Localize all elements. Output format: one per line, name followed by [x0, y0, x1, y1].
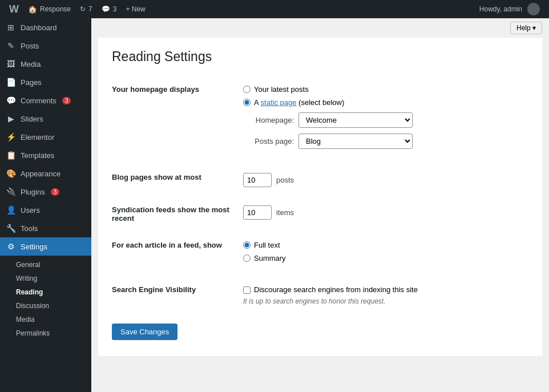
homepage-select-row: Homepage: Welcome Blog About Contact [245, 112, 528, 128]
sidebar-item-posts[interactable]: ✎ Posts [0, 37, 91, 55]
main-content: Help ▾ Reading Settings Your homepage di… [91, 18, 549, 392]
settings-icon: ⚙ [6, 242, 16, 251]
blog-pages-input[interactable] [243, 173, 272, 187]
summary-option: Summary [243, 254, 528, 262]
search-visibility-checkbox[interactable] [243, 286, 251, 294]
plugins-badge: 3 [51, 188, 60, 196]
sidebar-item-templates[interactable]: 📋 Templates [0, 146, 91, 164]
comments-badge: 3 [62, 97, 71, 104]
article-feed-row: For each article in a feed, show Full te… [112, 232, 528, 276]
summary-radio[interactable] [243, 254, 251, 262]
full-text-option: Full text [243, 241, 528, 249]
sidebar-item-plugins[interactable]: 🔌 Plugins 3 [0, 183, 91, 201]
settings-submenu: General Writing Reading Discussion Media… [0, 256, 91, 342]
pages-icon: 📄 [6, 78, 16, 87]
new-content-link[interactable]: + New [121, 0, 150, 18]
submenu-discussion[interactable]: Discussion [0, 299, 91, 313]
blog-pages-label: Blog pages show at most [112, 164, 243, 196]
users-icon: 👤 [6, 205, 16, 215]
appearance-icon: 🎨 [6, 169, 16, 178]
summary-label: Summary [254, 254, 286, 262]
homepage-label: Your homepage displays [112, 76, 243, 164]
sidebar-item-sliders[interactable]: ▶ Sliders [0, 110, 91, 128]
static-page-subfields: Homepage: Welcome Blog About Contact Pos… [243, 112, 528, 149]
homepage-row: Your homepage displays Your latest posts… [112, 76, 528, 164]
tools-icon: 🔧 [6, 224, 16, 233]
elementor-icon: ⚡ [6, 132, 16, 142]
latest-posts-radio[interactable] [243, 86, 251, 93]
sidebar-item-settings[interactable]: ⚙ Settings [0, 237, 91, 256]
comments-icon: 💬 [6, 96, 16, 105]
save-changes-button[interactable]: Save Changes [112, 324, 177, 340]
settings-form: Your homepage displays Your latest posts… [112, 76, 528, 314]
submenu-writing[interactable]: Writing [0, 272, 91, 285]
latest-posts-option: Your latest posts [243, 85, 528, 94]
static-page-label: A static page (select below) [254, 98, 344, 107]
article-feed-label: For each article in a feed, show [112, 232, 243, 276]
sidebar-item-elementor[interactable]: ⚡ Elementor [0, 128, 91, 146]
static-page-option: A static page (select below) [243, 98, 528, 107]
static-page-radio[interactable] [243, 99, 251, 106]
feeds-input[interactable] [243, 205, 272, 220]
search-hint: It is up to search engines to honor this… [243, 297, 528, 305]
plugins-icon: 🔌 [6, 187, 16, 196]
sidebar-item-pages[interactable]: 📄 Pages [0, 73, 91, 91]
feeds-label: Syndication feeds show the most recent [112, 196, 243, 232]
full-text-label: Full text [254, 241, 280, 249]
posts-page-select-row: Posts page: Blog Home About [245, 134, 528, 149]
submenu-reading[interactable]: Reading [0, 285, 91, 299]
sidebar-item-media[interactable]: 🖼 Media [0, 55, 91, 73]
posts-page-select[interactable]: Blog Home About [298, 134, 413, 149]
search-checkbox-label: Discourage search engines from indexing … [254, 285, 418, 294]
sidebar-item-comments[interactable]: 💬 Comments 3 [0, 91, 91, 110]
search-visibility-row: Search Engine Visibility Discourage sear… [112, 276, 528, 314]
homepage-field-label: Homepage: [245, 116, 294, 124]
homepage-select[interactable]: Welcome Blog About Contact [298, 112, 413, 128]
sidebar-item-tools[interactable]: 🔧 Tools [0, 219, 91, 237]
sliders-icon: ▶ [6, 114, 16, 123]
posts-page-field-label: Posts page: [245, 137, 294, 146]
help-button[interactable]: Help ▾ [510, 22, 542, 34]
static-page-link[interactable]: static page [261, 98, 297, 107]
blog-pages-row: Blog pages show at most posts [112, 164, 528, 196]
comments-link[interactable]: 💬 3 [97, 0, 122, 18]
sidebar-item-dashboard[interactable]: ⊞ Dashboard [0, 18, 91, 37]
blog-pages-units: posts [276, 176, 294, 184]
search-checkbox-row: Discourage search engines from indexing … [243, 285, 528, 294]
search-visibility-label: Search Engine Visibility [112, 276, 243, 314]
submenu-media[interactable]: Media [0, 313, 91, 326]
sidebar: ⊞ Dashboard ✎ Posts 🖼 Media 📄 Pages 💬 Co… [0, 18, 91, 392]
sidebar-item-users[interactable]: 👤 Users [0, 201, 91, 219]
feeds-units: items [276, 208, 294, 217]
submenu-permalinks[interactable]: Permalinks [0, 326, 91, 340]
wp-logo[interactable]: W [5, 0, 23, 18]
feeds-row: Syndication feeds show the most recent i… [112, 196, 528, 232]
templates-icon: 📋 [6, 151, 16, 160]
media-icon: 🖼 [6, 59, 16, 68]
site-name[interactable]: 🏠 Response [23, 0, 75, 18]
updates-link[interactable]: ↻ 7 [75, 0, 97, 18]
submit-section: Save Changes [112, 314, 528, 345]
sidebar-item-appearance[interactable]: 🎨 Appearance [0, 164, 91, 183]
submenu-general[interactable]: General [0, 258, 91, 272]
posts-icon: ✎ [6, 41, 16, 50]
dashboard-icon: ⊞ [6, 23, 16, 32]
user-info[interactable]: Howdy, admin [475, 0, 544, 18]
full-text-radio[interactable] [243, 241, 251, 249]
page-title: Reading Settings [112, 49, 528, 64]
latest-posts-label: Your latest posts [254, 85, 309, 94]
